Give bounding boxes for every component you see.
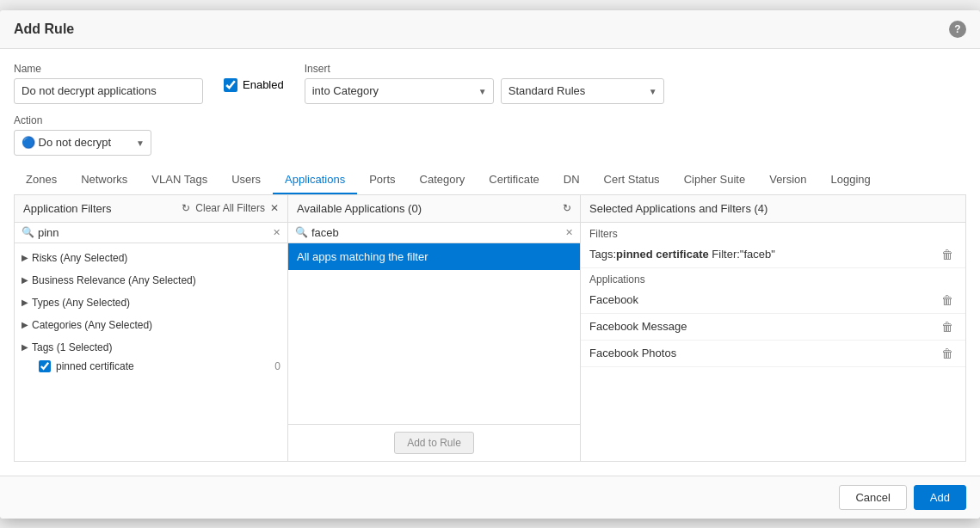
tab-cert-status[interactable]: Cert Status: [592, 166, 672, 194]
action-select-wrapper: 🔵 Do not decrypt ▼: [14, 130, 151, 156]
add-to-rule-button[interactable]: Add to Rule: [394, 432, 474, 454]
tab-version[interactable]: Version: [757, 166, 818, 194]
left-panel-title: Application Filters: [23, 202, 112, 215]
action-select[interactable]: 🔵 Do not decrypt: [14, 130, 151, 156]
left-panel: Application Filters ↻ Clear All Filters …: [15, 195, 288, 461]
add-button[interactable]: Add: [914, 485, 966, 510]
filter-group-tags: ▶ Tags (1 Selected) pinned certificate 0: [15, 336, 287, 378]
tab-vlan-tags[interactable]: VLAN Tags: [139, 166, 219, 194]
tab-logging[interactable]: Logging: [819, 166, 883, 194]
risks-chevron: ▶: [22, 253, 28, 262]
filter-tag-text: Tags:pinned certificate Filter:"faceb": [589, 248, 938, 261]
tags-chevron: ▶: [22, 342, 28, 352]
categories-label: Categories (Any Selected): [32, 319, 152, 331]
pinned-certificate-checkbox[interactable]: [39, 360, 51, 372]
middle-panel: Available Applications (0) ↻ 🔍 ✕ All app…: [288, 195, 581, 461]
selected-facebook: Facebook 🗑: [581, 287, 965, 314]
dialog-footer: Cancel Add: [0, 476, 980, 519]
applications-section-label: Applications: [581, 268, 965, 287]
risks-label: Risks (Any Selected): [32, 252, 127, 264]
left-panel-actions: ↻ Clear All Filters ✕: [182, 202, 279, 214]
rules-select[interactable]: Standard Rules: [501, 78, 664, 104]
filter-group-business: ▶ Business Relevance (Any Selected): [15, 269, 287, 292]
selected-facebook-photos: Facebook Photos 🗑: [581, 341, 965, 367]
tab-networks[interactable]: Networks: [69, 166, 139, 194]
help-icon[interactable]: ?: [949, 21, 966, 38]
middle-search-box: 🔍 ✕: [288, 223, 580, 243]
filter-group-categories-header[interactable]: ▶ Categories (Any Selected): [15, 316, 287, 335]
dialog-body: Name Enabled Insert into Category ▼: [0, 49, 980, 476]
insert-group: Insert into Category ▼ Standard Rules ▼: [305, 63, 664, 104]
middle-panel-title: Available Applications (0): [297, 202, 422, 215]
facebook-delete-icon[interactable]: 🗑: [938, 292, 957, 309]
action-label: Action: [14, 114, 151, 126]
insert-label: Insert: [305, 63, 664, 75]
filter-group-risks: ▶ Risks (Any Selected): [15, 247, 287, 269]
pinned-certificate-count: 0: [274, 360, 280, 372]
facebook-photos-delete-icon[interactable]: 🗑: [938, 345, 957, 362]
name-label: Name: [14, 63, 203, 75]
facebook-label: Facebook: [589, 293, 938, 306]
enabled-checkbox[interactable]: [224, 78, 237, 92]
name-input[interactable]: [14, 78, 203, 104]
tab-applications[interactable]: Applications: [273, 166, 357, 194]
left-panel-header: Application Filters ↻ Clear All Filters …: [15, 195, 287, 223]
facebook-message-delete-icon[interactable]: 🗑: [938, 318, 957, 335]
filter-list: ▶ Risks (Any Selected) ▶ Business Releva…: [15, 243, 287, 461]
filter-tag-delete-icon[interactable]: 🗑: [938, 246, 957, 263]
pinned-certificate-label: pinned certificate: [56, 360, 134, 372]
tag-pinned-item: pinned certificate 0: [15, 357, 287, 376]
tab-dn[interactable]: DN: [552, 166, 592, 194]
filters-section-label: Filters: [581, 223, 965, 242]
name-group: Name: [14, 63, 203, 104]
available-list: All apps matching the filter: [288, 243, 580, 424]
available-item-all-apps[interactable]: All apps matching the filter: [288, 243, 580, 270]
filter-tag-item: Tags:pinned certificate Filter:"faceb" 🗑: [581, 242, 965, 268]
action-group: Action 🔵 Do not decrypt ▼: [14, 114, 151, 156]
form-row-1: Name Enabled Insert into Category ▼: [14, 63, 966, 104]
filter-group-tags-header[interactable]: ▶ Tags (1 Selected): [15, 338, 287, 357]
tab-category[interactable]: Category: [408, 166, 478, 194]
business-label: Business Relevance (Any Selected): [32, 274, 196, 286]
clear-all-x-icon[interactable]: ✕: [270, 202, 279, 214]
clear-all-link[interactable]: Clear All Filters: [195, 202, 265, 214]
filter-group-types: ▶ Types (Any Selected): [15, 292, 287, 314]
filter-group-types-header[interactable]: ▶ Types (Any Selected): [15, 293, 287, 312]
filter-group-business-header[interactable]: ▶ Business Relevance (Any Selected): [15, 271, 287, 290]
selected-facebook-message: Facebook Message 🗑: [581, 314, 965, 341]
types-chevron: ▶: [22, 298, 28, 307]
right-panel-header: Selected Applications and Filters (4): [581, 195, 965, 223]
tab-ports[interactable]: Ports: [357, 166, 407, 194]
filter-group-risks-header[interactable]: ▶ Risks (Any Selected): [15, 249, 287, 267]
tab-zones[interactable]: Zones: [14, 166, 69, 194]
tab-users[interactable]: Users: [219, 166, 273, 194]
tags-label: Tags (1 Selected): [32, 341, 112, 353]
left-search-box: 🔍 ✕: [15, 223, 287, 243]
middle-search-input[interactable]: [311, 226, 562, 239]
dialog-header: Add Rule ?: [0, 10, 980, 49]
facebook-message-label: Facebook Message: [589, 320, 938, 333]
filter-group-categories: ▶ Categories (Any Selected): [15, 314, 287, 336]
left-search-icon: 🔍: [22, 226, 34, 238]
left-search-input[interactable]: [38, 226, 269, 239]
business-chevron: ▶: [22, 275, 28, 285]
tabs-bar: Zones Networks VLAN Tags Users Applicati…: [14, 166, 966, 195]
middle-search-clear-icon[interactable]: ✕: [565, 227, 573, 238]
enabled-group: Enabled: [224, 78, 284, 92]
selected-list: Filters Tags:pinned certificate Filter:"…: [581, 223, 965, 461]
left-search-clear-icon[interactable]: ✕: [273, 227, 280, 238]
add-btn-row: Add to Rule: [288, 424, 580, 461]
tab-certificate[interactable]: Certificate: [477, 166, 552, 194]
form-row-2: Action 🔵 Do not decrypt ▼: [14, 114, 966, 156]
middle-panel-refresh-icon[interactable]: ↻: [563, 202, 571, 214]
add-rule-dialog: Add Rule ? Name Enabled Insert into Cate…: [0, 10, 980, 519]
left-panel-refresh-icon[interactable]: ↻: [182, 202, 190, 214]
middle-search-icon: 🔍: [295, 226, 308, 238]
categories-chevron: ▶: [22, 320, 28, 329]
types-label: Types (Any Selected): [32, 297, 130, 309]
cancel-button[interactable]: Cancel: [839, 485, 906, 510]
insert-row: into Category ▼ Standard Rules ▼: [305, 78, 664, 104]
tab-cipher-suite[interactable]: Cipher Suite: [672, 166, 758, 194]
insert-select[interactable]: into Category: [305, 78, 494, 104]
right-panel: Selected Applications and Filters (4) Fi…: [581, 195, 965, 461]
